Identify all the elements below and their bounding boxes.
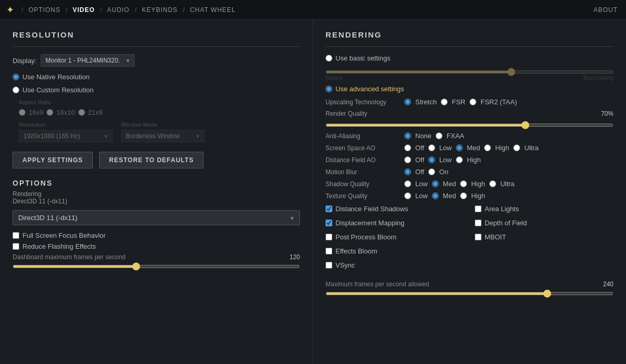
basic-settings-radio[interactable] <box>326 55 332 62</box>
aa-none-radio[interactable] <box>404 132 411 139</box>
motion-blur-on-radio[interactable] <box>428 168 435 175</box>
post-process-bloom-label[interactable]: Post Process Bloom <box>335 233 396 241</box>
texture-low-label[interactable]: Low <box>415 192 428 200</box>
reduce-flashing-checkbox[interactable] <box>13 243 19 250</box>
vsync-checkbox[interactable] <box>326 262 332 269</box>
area-lights-label[interactable]: Area Lights <box>485 205 519 213</box>
mboit-label[interactable]: MBOIT <box>485 233 506 241</box>
shadow-high-radio[interactable] <box>460 180 467 187</box>
depth-of-field-label[interactable]: Depth of Field <box>485 219 527 227</box>
upscaling-fsr-label[interactable]: FSR <box>452 98 465 106</box>
shadow-ultra-label[interactable]: Ultra <box>500 180 514 188</box>
nav-item-options[interactable]: OPTIONS <box>27 6 63 14</box>
logo-icon: ✦ <box>6 4 14 16</box>
distance-field-shadows-checkbox[interactable] <box>326 205 332 212</box>
basic-quality-slider[interactable] <box>326 70 613 74</box>
distance-field-shadows-label[interactable]: Distance Field Shadows <box>335 205 408 213</box>
aa-fxaa-radio[interactable] <box>436 132 442 139</box>
ssao-off-radio[interactable] <box>404 144 411 151</box>
texture-low-radio[interactable] <box>404 192 411 199</box>
ssao-med-radio[interactable] <box>456 144 463 151</box>
post-process-bloom-checkbox[interactable] <box>326 234 332 240</box>
nav-item-audio[interactable]: AUDIO <box>105 6 131 14</box>
dfao-low-radio[interactable] <box>428 156 435 163</box>
dashboard-fps-slider[interactable] <box>13 265 300 268</box>
upscaling-fsr2-radio[interactable] <box>469 99 476 105</box>
upscaling-fsr-radio[interactable] <box>441 99 448 105</box>
motion-blur-off-label[interactable]: Off <box>415 168 424 176</box>
texture-med-label[interactable]: Med <box>443 192 456 200</box>
resolution-title: RESOLUTION <box>13 30 300 39</box>
aspect-16x10-radio[interactable] <box>46 109 53 116</box>
effects-bloom-label[interactable]: Effects Bloom <box>335 247 377 255</box>
nav-item-keybinds[interactable]: KEYBINDS <box>140 6 180 14</box>
fullscreen-focus-checkbox[interactable] <box>13 232 19 239</box>
apply-settings-button[interactable]: APPLY SETTINGS <box>13 152 93 168</box>
ssao-high-radio[interactable] <box>484 144 491 151</box>
shadow-ultra-radio[interactable] <box>489 180 496 187</box>
ssao-off-label[interactable]: Off <box>415 144 424 152</box>
ssao-ultra-label[interactable]: Ultra <box>524 144 538 152</box>
motion-blur-off-radio[interactable] <box>404 168 411 175</box>
aa-none-label[interactable]: None <box>415 132 431 140</box>
aa-options: None FXAA <box>404 132 464 140</box>
upscaling-fsr2-label[interactable]: FSR2 (TAA) <box>480 98 517 106</box>
fullscreen-focus-label[interactable]: Full Screen Focus Behavior <box>22 232 106 239</box>
upscaling-stretch-label[interactable]: Stretch <box>415 98 437 106</box>
aspect-16x10-label[interactable]: 16x10 <box>56 108 75 116</box>
shadow-low-label[interactable]: Low <box>415 180 428 188</box>
custom-resolution-label[interactable]: Use Custom Resolution <box>22 86 94 94</box>
restore-defaults-button[interactable]: RESTORE TO DEFAULTS <box>99 152 203 168</box>
reduce-flashing-label[interactable]: Reduce Flashing Effects <box>22 242 96 250</box>
shadow-med-label[interactable]: Med <box>443 180 456 188</box>
dfao-high-label[interactable]: High <box>467 156 481 164</box>
shadow-low-radio[interactable] <box>404 180 411 187</box>
texture-med-radio[interactable] <box>432 192 439 199</box>
mboit-checkbox[interactable] <box>475 234 481 240</box>
ssao-low-label[interactable]: Low <box>439 144 452 152</box>
render-quality-slider[interactable] <box>326 124 613 127</box>
dfao-high-radio[interactable] <box>456 156 463 163</box>
basic-settings-label[interactable]: Use basic settings <box>335 54 391 62</box>
texture-high-label[interactable]: High <box>471 192 485 200</box>
custom-resolution-radio[interactable] <box>13 87 19 93</box>
displacement-mapping-label[interactable]: Displacement Mapping <box>335 219 404 227</box>
ssao-high-label[interactable]: High <box>495 144 509 152</box>
display-select-wrapper: Monitor 1 - PHL24MIN320... <box>41 54 135 67</box>
nav-item-chat-wheel[interactable]: CHAT WHEEL <box>188 6 238 14</box>
texture-high-radio[interactable] <box>460 192 467 199</box>
shadow-high-label[interactable]: High <box>471 180 485 188</box>
ssao-low-radio[interactable] <box>428 144 435 151</box>
rendering-api-select[interactable]: Direct3D 11 (-dx11) Direct3D 12 Vulkan <box>13 210 300 225</box>
dfao-off-radio[interactable] <box>404 156 411 163</box>
dfao-low-label[interactable]: Low <box>439 156 452 164</box>
nav-item-video[interactable]: VIDEO <box>70 6 97 14</box>
dfao-off-label[interactable]: Off <box>415 156 424 164</box>
aspect-21x9-label[interactable]: 21x9 <box>88 108 103 116</box>
window-mode-select[interactable]: Borderless Window <box>121 130 204 142</box>
area-lights-checkbox[interactable] <box>475 205 481 212</box>
aspect-21x9-radio[interactable] <box>78 109 85 116</box>
advanced-settings-radio[interactable] <box>326 86 332 92</box>
nav-item-about[interactable]: ABOUT <box>592 6 620 14</box>
aspect-16x9-label[interactable]: 16x9 <box>29 108 43 116</box>
native-resolution-label[interactable]: Use Native Resolution <box>22 73 90 81</box>
effects-checkbox-grid: Distance Field Shadows Area Lights Displ… <box>326 205 613 272</box>
ssao-ultra-radio[interactable] <box>513 144 520 151</box>
ssao-med-label[interactable]: Med <box>467 144 480 152</box>
display-select[interactable]: Monitor 1 - PHL24MIN320... <box>41 54 135 67</box>
vsync-label[interactable]: VSync <box>335 261 355 269</box>
aspect-16x9-radio[interactable] <box>19 109 26 116</box>
max-fps-slider[interactable] <box>326 292 613 295</box>
shadow-med-radio[interactable] <box>432 180 439 187</box>
native-resolution-radio[interactable] <box>13 74 19 80</box>
displacement-mapping-checkbox[interactable] <box>326 220 332 226</box>
resolution-select[interactable]: 1920x1080 (165 Hz) <box>19 130 113 142</box>
motion-blur-on-label[interactable]: On <box>439 168 448 176</box>
depth-of-field-checkbox[interactable] <box>475 220 481 226</box>
advanced-settings-label[interactable]: Use advanced settings <box>335 85 404 93</box>
aa-fxaa-label[interactable]: FXAA <box>447 132 464 140</box>
upscaling-stretch-radio[interactable] <box>404 99 411 105</box>
effects-bloom-checkbox[interactable] <box>326 248 332 254</box>
resolution-select-wrapper: 1920x1080 (165 Hz) <box>19 130 113 142</box>
